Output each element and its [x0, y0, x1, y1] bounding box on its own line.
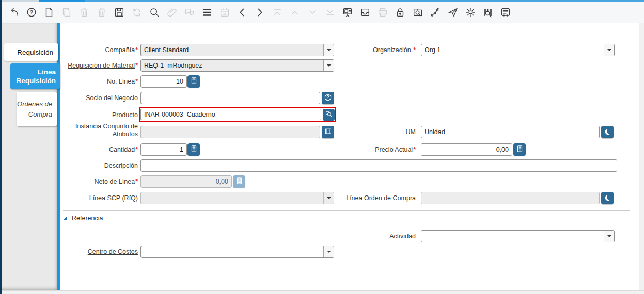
tab-label: Línea Requisición	[10, 68, 56, 85]
product-info-icon[interactable]	[482, 6, 494, 18]
um-zoom-button[interactable]	[601, 126, 614, 138]
new-record-icon[interactable]	[43, 6, 55, 18]
calculator-icon	[190, 145, 198, 154]
business-partner-icon	[324, 93, 332, 103]
detail-record-icon[interactable]	[254, 6, 265, 18]
section-referencia-label: Referencia	[72, 215, 103, 222]
chevron-down-icon[interactable]	[323, 246, 334, 257]
process-icon[interactable]	[464, 6, 476, 18]
socio-negocio-info-button[interactable]	[322, 92, 334, 104]
svg-text:31: 31	[223, 12, 226, 15]
report-icon[interactable]	[499, 6, 511, 18]
label-linea-orden-compra: Línea Orden de Compra	[338, 192, 416, 204]
instancia-atributos-input	[140, 126, 320, 138]
requisicion-material-combobox[interactable]: REQ-1_mRodriguez	[140, 59, 334, 72]
chevron-down-icon[interactable]	[604, 231, 614, 242]
producto-focus-highlight	[139, 107, 336, 122]
zoom-crescent-icon	[604, 128, 611, 137]
label-precio-actual: Precio Actual	[338, 143, 416, 156]
section-separator	[63, 210, 630, 211]
chevron-down-icon[interactable]	[604, 44, 614, 56]
centro-costos-combobox[interactable]	[140, 246, 334, 258]
compania-value: Client Standard	[141, 44, 323, 56]
instancia-atributos-button[interactable]	[322, 126, 334, 138]
label-instancia-atributos: Instancia Conjunto de Atributos	[63, 123, 138, 138]
grid-toggle-icon[interactable]	[201, 6, 213, 18]
cantidad-calculator-button[interactable]	[187, 143, 200, 156]
delete-record-icon	[78, 6, 90, 18]
compania-combobox[interactable]: Client Standard	[140, 44, 334, 56]
vertical-scrollbar[interactable]	[639, 23, 644, 294]
chat-icon	[183, 6, 195, 18]
label-organizacion: Organización.	[338, 44, 416, 56]
actividad-value	[421, 231, 604, 242]
tab-ordenes-de-compra[interactable]: Ordenes de Compra	[17, 92, 57, 126]
linea-orden-compra-input	[421, 192, 600, 204]
find-icon[interactable]	[148, 6, 160, 18]
zoom-crescent-icon	[604, 194, 611, 203]
help-icon[interactable]: ?	[25, 6, 37, 18]
section-referencia-header[interactable]: Referencia	[63, 215, 103, 222]
archive-icon[interactable]	[359, 6, 371, 18]
form-icon[interactable]	[341, 6, 353, 18]
save-icon[interactable]	[113, 6, 125, 18]
top-strip-active-segment	[39, 0, 85, 2]
um-input[interactable]	[421, 126, 600, 138]
producto-search-button[interactable]	[323, 109, 335, 121]
label-requisicion-material: Requisición de Material	[63, 59, 138, 72]
organizacion-combobox[interactable]: Org 1	[421, 44, 615, 56]
linea-scp-combobox	[140, 192, 334, 204]
organizacion-value: Org 1	[421, 44, 604, 56]
linea-scp-value	[141, 192, 323, 204]
history-icon: 31	[218, 6, 230, 18]
first-record-icon	[271, 6, 283, 18]
cantidad-input[interactable]	[140, 143, 187, 156]
precio-actual-input[interactable]	[421, 143, 512, 156]
label-actividad: Actividad	[338, 230, 416, 242]
previous-record-icon	[289, 6, 301, 18]
requisicion-material-value: REQ-1_mRodriguez	[141, 60, 323, 71]
precio-actual-calculator-button[interactable]	[513, 143, 526, 156]
label-producto: Producto	[63, 109, 138, 121]
chevron-down-icon[interactable]	[323, 60, 334, 71]
actividad-combobox[interactable]	[421, 230, 615, 242]
descripcion-input[interactable]	[140, 159, 617, 172]
attribute-grid-icon	[324, 127, 332, 137]
tab-linea-requisicion[interactable]: Línea Requisición	[10, 63, 60, 89]
toolbar: ?31	[2, 2, 644, 23]
calculator-icon	[235, 177, 243, 186]
send-icon[interactable]	[447, 6, 459, 18]
ignore-changes-icon[interactable]	[8, 6, 20, 18]
label-linea-scp: Línea SCP (RfQ)	[63, 192, 138, 204]
lock-icon[interactable]	[394, 6, 406, 18]
label-socio-negocio: Socio del Negocio	[63, 92, 138, 104]
producto-input[interactable]	[140, 109, 321, 120]
no-linea-input[interactable]	[140, 75, 187, 88]
label-descripcion: Descripción	[63, 159, 138, 172]
chevron-down-icon[interactable]	[323, 44, 334, 56]
parent-record-icon[interactable]	[236, 6, 248, 18]
label-um: UM	[338, 126, 416, 138]
zoom-across-icon[interactable]	[412, 6, 423, 18]
label-no-linea: No. Línea	[63, 75, 138, 88]
label-neto-linea: Neto de Línea	[63, 175, 138, 188]
tab-requisicion[interactable]: Requisición	[4, 43, 58, 61]
tab-label: Ordenes de Compra	[17, 99, 52, 120]
linea-orden-compra-zoom-button[interactable]	[601, 192, 614, 204]
no-linea-calculator-button[interactable]	[187, 75, 200, 88]
svg-text:?: ?	[29, 9, 33, 15]
product-search-icon	[325, 110, 333, 119]
socio-negocio-input[interactable]	[140, 92, 320, 104]
workflow-icon[interactable]	[429, 6, 441, 18]
copy-record-icon	[60, 6, 72, 18]
last-record-icon	[324, 6, 336, 18]
print-icon	[376, 6, 388, 18]
centro-costos-value	[141, 246, 323, 257]
chevron-down-icon	[323, 192, 334, 204]
requery-icon	[131, 6, 143, 18]
neto-linea-input	[140, 175, 232, 188]
tab-label: Requisición	[4, 48, 53, 56]
collapse-triangle-icon	[63, 216, 67, 220]
neto-linea-calculator-button	[233, 175, 245, 188]
window-left-border	[0, 0, 2, 294]
